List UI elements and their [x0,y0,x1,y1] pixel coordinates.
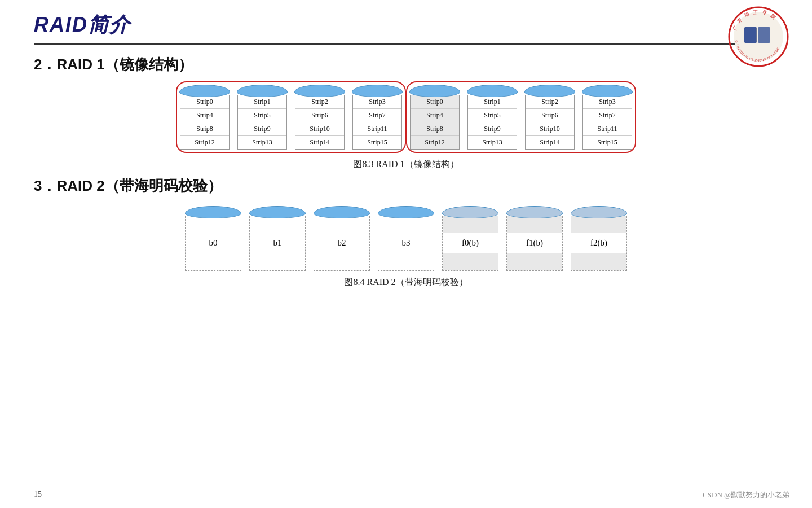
raid2-disk-2: b2 [314,206,370,271]
strip-3-3: Strip15 [353,136,401,149]
raid2-disk-top-5 [506,206,563,218]
raid2-disk-body-1: b1 [249,216,306,271]
raid2-disk-top-0 [185,206,241,218]
strip-3-2: Strip11 [353,122,401,136]
strip-7-1: Strip7 [583,109,632,122]
raid2-disk-body-5: f1(b) [506,216,563,271]
disk-container-0: Strip0Strip4Strip8Strip12 [179,85,230,150]
raid2-label-5: f1(b) [507,233,562,253]
disk-container-1: Strip1Strip5Strip9Strip13 [237,85,288,150]
raid1-diagram: Strip0Strip4Strip8Strip12Strip1Strip5Str… [179,85,633,150]
raid2-disk-body-3: b3 [378,216,434,271]
strip-2-0: Strip2 [295,95,344,109]
strip-0-0: Strip0 [180,95,229,109]
raid2-label-3: b3 [378,233,434,253]
disk-body-2: Strip2Strip6Strip10Strip14 [295,95,345,150]
disk-body-5: Strip1Strip5Strip9Strip13 [467,95,517,150]
raid2-diagram: b0b1b2b3f0(b)f1(b)f2(b) [34,206,778,271]
disk-container-4: Strip0Strip4Strip8Strip12 [409,85,460,150]
strip-6-2: Strip10 [526,122,574,136]
raid1-section: 2．RAID 1（镜像结构） Strip0Strip4Strip8Strip12… [34,55,778,170]
disk-body-3: Strip3Strip7Strip11Strip15 [352,95,402,150]
raid2-disk-3: b3 [378,206,434,271]
strip-2-1: Strip6 [295,109,344,122]
strip-2-2: Strip10 [295,122,344,136]
disk-container-5: Strip1Strip5Strip9Strip13 [467,85,518,150]
strip-1-1: Strip5 [238,109,286,122]
strip-3-0: Strip3 [353,95,401,109]
strip-7-3: Strip15 [583,136,632,149]
strip-5-2: Strip9 [468,122,517,136]
strip-6-3: Strip14 [526,136,574,149]
raid2-disk-top-6 [571,206,627,218]
header: RAID简介 广 东 培 正 学 院 GUAN [34,11,778,39]
raid2-label-6: f2(b) [571,233,626,253]
disk-top-4 [409,85,460,97]
strip-5-0: Strip1 [468,95,517,109]
disk-top-2 [294,85,345,97]
raid2-disk-6: f2(b) [571,206,627,271]
raid2-heading: 3．RAID 2（带海明码校验） [34,176,778,196]
disk-top-5 [467,85,518,97]
raid2-disk-top-1 [249,206,306,218]
disk-body-4: Strip0Strip4Strip8Strip12 [410,95,460,150]
strip-4-3: Strip12 [411,136,459,149]
strip-4-0: Strip0 [411,95,459,109]
page-title: RAID简介 [34,11,131,39]
raid2-label-4: f0(b) [443,233,498,253]
strip-5-1: Strip5 [468,109,517,122]
disk-container-2: Strip2Strip6Strip10Strip14 [294,85,345,150]
disk-top-6 [524,85,575,97]
logo: 广 东 培 正 学 院 GUANGDONG PEIZHENG COLLEGE [727,6,789,68]
strip-4-2: Strip8 [411,122,459,136]
disk-body-1: Strip1Strip5Strip9Strip13 [237,95,287,150]
page: RAID简介 广 东 培 正 学 院 GUAN [0,0,812,508]
raid2-disk-1: b1 [249,206,306,271]
raid2-disk-body-2: b2 [314,216,370,271]
disk-top-1 [237,85,288,97]
strip-3-1: Strip7 [353,109,401,122]
header-divider [34,43,778,45]
raid1-heading: 2．RAID 1（镜像结构） [34,55,778,75]
disk-container-7: Strip3Strip7Strip11Strip15 [582,85,633,150]
raid2-disk-body-0: b0 [185,216,241,271]
raid2-disk-top-4 [442,206,498,218]
svg-rect-3 [758,27,770,43]
raid2-disk-4: f0(b) [442,206,498,271]
raid2-label-2: b2 [314,233,369,253]
disk-body-7: Strip3Strip7Strip11Strip15 [582,95,632,150]
raid2-disk-top-2 [314,206,370,218]
strip-1-3: Strip13 [238,136,286,149]
page-number: 15 [34,490,42,499]
disk-body-0: Strip0Strip4Strip8Strip12 [180,95,230,150]
disk-body-6: Strip2Strip6Strip10Strip14 [525,95,575,150]
disk-top-3 [352,85,403,97]
strip-5-3: Strip13 [468,136,517,149]
strip-7-0: Strip3 [583,95,632,109]
raid2-disk-body-4: f0(b) [442,216,498,271]
disk-container-6: Strip2Strip6Strip10Strip14 [524,85,575,150]
strip-1-2: Strip9 [238,122,286,136]
strip-0-1: Strip4 [180,109,229,122]
strip-7-2: Strip11 [583,122,632,136]
strip-4-1: Strip4 [411,109,459,122]
strip-6-0: Strip2 [526,95,574,109]
raid2-section: 3．RAID 2（带海明码校验） b0b1b2b3f0(b)f1(b)f2(b)… [34,176,778,288]
strip-1-0: Strip1 [238,95,286,109]
raid2-disk-body-6: f2(b) [571,216,627,271]
svg-rect-2 [744,27,757,43]
strip-2-3: Strip14 [295,136,344,149]
raid2-disk-5: f1(b) [506,206,563,271]
raid2-caption: 图8.4 RAID 2（带海明码校验） [34,277,778,288]
watermark: CSDN @獸獸努力的小老弟 [703,490,789,500]
raid1-caption: 图8.3 RAID 1（镜像结构） [34,159,778,170]
strip-0-3: Strip12 [180,136,229,149]
disk-container-3: Strip3Strip7Strip11Strip15 [352,85,403,150]
raid2-disk-top-3 [378,206,434,218]
strip-6-1: Strip6 [526,109,574,122]
raid2-label-1: b1 [250,233,305,253]
disk-top-0 [179,85,230,97]
disk-top-7 [582,85,633,97]
raid2-label-0: b0 [186,233,241,253]
strip-0-2: Strip8 [180,122,229,136]
